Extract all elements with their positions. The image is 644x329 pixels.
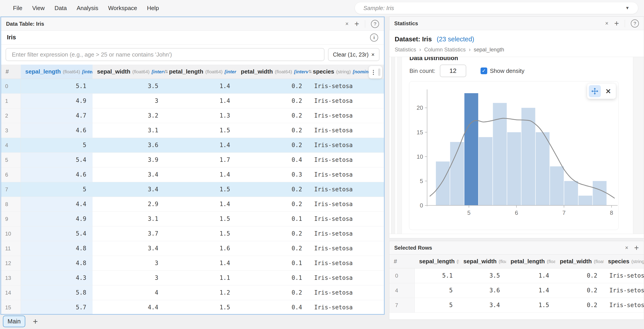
column-sort-icon[interactable]: ⇅: [164, 69, 168, 74]
cell-petal_width[interactable]: 0.4: [236, 300, 308, 315]
add-workspace-tab-button[interactable]: +: [30, 316, 41, 327]
histogram-bar[interactable]: [507, 132, 521, 205]
breadcrumb-item-column-statistics[interactable]: Column Statistics: [424, 46, 466, 53]
close-panel-icon[interactable]: ×: [605, 20, 608, 26]
cell-sepal_length[interactable]: 5: [21, 182, 92, 197]
cell-petal_length[interactable]: 1.4: [506, 283, 556, 298]
cell-species[interactable]: Iris-setosa: [308, 197, 380, 211]
cell-sepal_width[interactable]: 3.4: [92, 241, 164, 256]
cell-sepal_length[interactable]: 4.6: [21, 167, 92, 182]
cell-petal_length[interactable]: 1.5: [164, 226, 236, 241]
histogram-bar[interactable]: [436, 162, 450, 205]
cell-petal_length[interactable]: 1.5: [164, 212, 236, 226]
cell-petal_length[interactable]: 1.3: [164, 108, 236, 123]
column-header-petal_width[interactable]: petal_width(float64): [555, 255, 604, 268]
cell-species[interactable]: Iris-setosa: [604, 269, 644, 283]
help-icon[interactable]: ?: [371, 20, 379, 28]
cell-petal_width[interactable]: 0.2: [236, 108, 308, 123]
table-row[interactable]: 155.74.41.50.4Iris-setosa: [1, 300, 384, 315]
scrollbar-thumb[interactable]: [378, 68, 380, 76]
cell-sepal_length[interactable]: 4.8: [21, 241, 92, 256]
table-row[interactable]: 34.63.11.50.2Iris-setosa: [1, 123, 384, 138]
cell-petal_width[interactable]: 0.1: [236, 256, 308, 271]
cell-species[interactable]: Iris-setosa: [308, 241, 380, 256]
cell-petal_width[interactable]: 0.2: [236, 138, 308, 152]
histogram-bar[interactable]: [536, 132, 550, 205]
histogram-bar[interactable]: [564, 181, 578, 205]
table-row[interactable]: 753.41.50.2Iris-setosa: [1, 182, 384, 197]
cell-sepal_width[interactable]: 4: [92, 286, 164, 300]
column-header-sepal_width[interactable]: sepal_width(float64)[interval]: [92, 65, 164, 79]
menu-item-workspace[interactable]: Workspace: [108, 5, 137, 12]
cell-petal_width[interactable]: 0.2: [236, 197, 308, 211]
cell-petal_width[interactable]: 0.2: [236, 226, 308, 241]
cell-sepal_length[interactable]: 4.9: [21, 212, 92, 226]
column-header-sepal_length[interactable]: sepal_length(float64)[interval]: [21, 65, 92, 79]
cell-sepal_length[interactable]: 5: [415, 298, 459, 313]
cell-petal_width[interactable]: 0.2: [236, 79, 308, 93]
histogram-bar[interactable]: [550, 166, 564, 205]
cell-sepal_length[interactable]: 4.3: [21, 271, 92, 285]
cell-sepal_width[interactable]: 3.5: [459, 269, 506, 283]
cell-sepal_width[interactable]: 3.5: [92, 79, 164, 93]
cell-petal_length[interactable]: 1.4: [164, 256, 236, 271]
menu-item-view[interactable]: View: [32, 5, 45, 12]
table-row[interactable]: 114.83.41.60.2Iris-setosa: [1, 241, 384, 256]
column-header-sepal_length[interactable]: sepal_length(float64): [414, 255, 459, 268]
cell-petal_width[interactable]: 0.2: [236, 182, 308, 197]
cell-petal_width[interactable]: 0.1: [236, 271, 308, 285]
column-header-index[interactable]: #: [1, 65, 21, 79]
cell-species[interactable]: Iris-setosa: [308, 226, 380, 241]
menu-item-data[interactable]: Data: [54, 5, 67, 12]
cell-petal_length[interactable]: 1.5: [164, 300, 236, 315]
cell-petal_width[interactable]: 0.2: [236, 123, 308, 138]
pan-tool-button[interactable]: [589, 85, 601, 97]
cell-sepal_width[interactable]: 3: [92, 256, 164, 271]
close-panel-icon[interactable]: ×: [625, 245, 628, 251]
cell-species[interactable]: Iris-setosa: [604, 298, 644, 313]
cell-sepal_width[interactable]: 3: [92, 271, 164, 285]
menu-item-help[interactable]: Help: [147, 5, 159, 12]
cell-sepal_length[interactable]: 5.4: [21, 153, 92, 167]
cell-petal_width[interactable]: 0.2: [236, 241, 308, 256]
column-header-petal_width[interactable]: petal_width(float64)[interval]: [236, 65, 308, 79]
cell-sepal_width[interactable]: 3.4: [92, 167, 164, 182]
cell-sepal_length[interactable]: 5.7: [21, 300, 92, 315]
column-header-index[interactable]: #: [389, 255, 414, 268]
histogram-bar[interactable]: [593, 181, 607, 205]
cell-petal_width[interactable]: 0.2: [556, 298, 604, 313]
cell-petal_length[interactable]: 1.4: [506, 269, 556, 283]
cell-sepal_length[interactable]: 4.6: [21, 123, 92, 138]
table-row[interactable]: 14.931.40.2Iris-setosa: [1, 94, 384, 108]
cell-sepal_length[interactable]: 5: [415, 283, 459, 298]
column-header-sepal_width[interactable]: sepal_width(float64): [459, 255, 506, 268]
cell-species[interactable]: Iris-setosa: [308, 138, 380, 152]
cell-petal_length[interactable]: 1.6: [164, 241, 236, 256]
cell-species[interactable]: Iris-setosa: [308, 167, 380, 182]
breadcrumb-item-column[interactable]: sepal_length: [474, 46, 504, 53]
histogram-bar-selected[interactable]: [464, 93, 478, 205]
cell-species[interactable]: Iris-setosa: [604, 283, 644, 298]
cell-sepal_width[interactable]: 2.9: [92, 197, 164, 211]
checkbox-checked-icon[interactable]: ✓: [480, 67, 487, 74]
cell-petal_length[interactable]: 1.4: [164, 197, 236, 211]
table-row[interactable]: 55.43.91.70.4Iris-setosa: [1, 153, 384, 167]
sample-selector[interactable]: Sample: Iris ▼: [355, 2, 638, 14]
cell-sepal_length[interactable]: 5: [21, 138, 92, 152]
column-header-species[interactable]: species(string): [604, 255, 644, 268]
cell-petal_width[interactable]: 0.2: [556, 269, 604, 283]
cell-sepal_length[interactable]: 5.8: [21, 286, 92, 300]
cell-species[interactable]: Iris-setosa: [308, 182, 380, 197]
column-header-petal_length[interactable]: petal_length(float64)[interval]: [164, 65, 236, 79]
cell-petal_width[interactable]: 0.1: [236, 212, 308, 226]
cell-sepal_width[interactable]: 3.1: [92, 123, 164, 138]
close-panel-icon[interactable]: ×: [345, 20, 348, 27]
cell-sepal_width[interactable]: 3.4: [459, 298, 506, 313]
right-scrollbar-track[interactable]: [633, 57, 644, 234]
workspace-tab-main[interactable]: Main: [3, 316, 25, 327]
histogram-bar[interactable]: [578, 196, 592, 205]
filter-input[interactable]: [6, 48, 324, 61]
cell-petal_length[interactable]: 1.4: [164, 167, 236, 182]
table-row[interactable]: 05.13.51.40.2Iris-setosa: [1, 79, 384, 94]
cell-petal_length[interactable]: 1.5: [164, 123, 236, 138]
